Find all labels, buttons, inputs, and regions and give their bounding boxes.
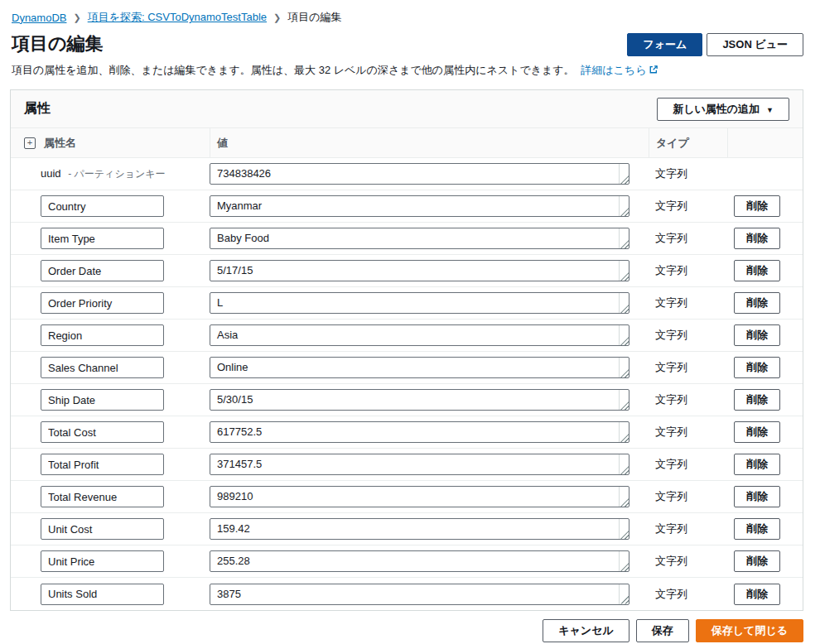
- breadcrumb-link-explore-items[interactable]: 項目を探索: CSVToDynamoTestTable: [88, 10, 267, 25]
- attribute-value-input[interactable]: [210, 195, 629, 217]
- save-button[interactable]: 保存: [636, 619, 689, 642]
- attribute-name-input[interactable]: [41, 324, 164, 346]
- save-and-close-button[interactable]: 保存して閉じる: [696, 619, 803, 642]
- attribute-name-input[interactable]: [41, 550, 164, 572]
- delete-attribute-button[interactable]: 削除: [734, 228, 780, 249]
- attribute-name-input[interactable]: [41, 486, 164, 507]
- delete-attribute-button[interactable]: 削除: [734, 421, 780, 443]
- attribute-name-cell: [24, 228, 210, 249]
- attribute-value-input[interactable]: [210, 357, 629, 378]
- attribute-row: 文字列 削除: [11, 578, 803, 610]
- attribute-name-input[interactable]: [41, 292, 164, 314]
- attribute-name-cell: [24, 421, 210, 443]
- attribute-name-input[interactable]: [41, 518, 164, 540]
- attribute-type: 文字列: [649, 166, 727, 181]
- attribute-row: 文字列 削除: [11, 287, 803, 320]
- attribute-value-input[interactable]: [210, 324, 629, 346]
- delete-attribute-button[interactable]: 削除: [734, 389, 780, 411]
- page-header: 項目の編集 フォーム JSON ビュー: [0, 25, 820, 56]
- form-view-toggle-button[interactable]: フォーム: [627, 33, 702, 56]
- attribute-value-input[interactable]: [210, 421, 629, 443]
- add-attribute-button[interactable]: 新しい属性の追加 ▼: [657, 98, 789, 121]
- json-view-toggle-button[interactable]: JSON ビュー: [707, 33, 803, 56]
- attribute-actions: 削除: [727, 324, 803, 346]
- attribute-name-cell: [24, 584, 210, 605]
- attribute-row: 文字列 削除: [11, 481, 803, 513]
- attribute-type: 文字列: [649, 521, 727, 536]
- expand-all-icon[interactable]: +: [24, 137, 36, 149]
- attribute-actions: 削除: [727, 357, 803, 378]
- breadcrumb-separator: ❯: [273, 12, 281, 23]
- attribute-value-cell: [210, 584, 649, 605]
- attribute-row: 文字列 削除: [11, 352, 803, 384]
- attribute-name-input[interactable]: [41, 454, 164, 475]
- attribute-value-input[interactable]: [210, 486, 629, 507]
- breadcrumb-separator: ❯: [73, 12, 80, 23]
- breadcrumb-current: 項目の編集: [287, 10, 341, 25]
- attributes-panel-title: 属性: [24, 100, 51, 118]
- attribute-value-input[interactable]: [210, 228, 629, 249]
- attribute-value-cell: [210, 292, 649, 314]
- attribute-name-input[interactable]: [41, 260, 164, 281]
- attribute-name-input[interactable]: [41, 584, 164, 605]
- attribute-actions: 削除: [727, 195, 803, 217]
- delete-attribute-button[interactable]: 削除: [734, 357, 780, 378]
- attribute-name-input[interactable]: [41, 389, 164, 411]
- attribute-name-cell: [24, 486, 210, 507]
- attribute-type: 文字列: [649, 360, 727, 375]
- attribute-actions: 削除: [727, 389, 803, 411]
- attribute-value-input[interactable]: [210, 518, 629, 540]
- attribute-name-input[interactable]: [41, 228, 164, 249]
- attribute-value-cell: [210, 228, 649, 249]
- attribute-value-cell: [210, 550, 649, 572]
- attribute-type: 文字列: [649, 554, 727, 569]
- attribute-actions: 削除: [727, 228, 803, 249]
- cancel-button[interactable]: キャンセル: [543, 619, 629, 642]
- attribute-actions: 削除: [727, 292, 803, 314]
- attribute-actions: 削除: [727, 454, 803, 475]
- attribute-name-input[interactable]: [41, 357, 164, 378]
- attribute-name-cell: [24, 357, 210, 378]
- delete-attribute-button[interactable]: 削除: [734, 550, 780, 572]
- footer-actions: キャンセル 保存 保存して閉じる: [0, 611, 820, 642]
- delete-attribute-button[interactable]: 削除: [734, 195, 780, 217]
- attribute-value-cell: [210, 324, 649, 346]
- breadcrumb-link-dynamodb[interactable]: DynamoDB: [12, 12, 66, 24]
- delete-attribute-button[interactable]: 削除: [734, 324, 780, 346]
- attribute-type: 文字列: [649, 489, 727, 504]
- column-header-actions: [727, 128, 803, 157]
- attribute-type: 文字列: [649, 457, 727, 472]
- attribute-value-input[interactable]: [210, 292, 629, 314]
- attribute-name-input[interactable]: [41, 421, 164, 443]
- attribute-type: 文字列: [649, 263, 727, 278]
- delete-attribute-button[interactable]: 削除: [734, 260, 780, 281]
- attribute-value-input[interactable]: [210, 389, 629, 411]
- attribute-name-cell: [24, 324, 210, 346]
- attribute-actions: 削除: [727, 550, 803, 572]
- delete-attribute-button[interactable]: 削除: [734, 486, 780, 507]
- external-link-icon: [649, 65, 658, 77]
- delete-attribute-button[interactable]: 削除: [734, 518, 780, 540]
- attribute-value-cell: [210, 260, 649, 281]
- attribute-value-cell: [210, 389, 649, 411]
- delete-attribute-button[interactable]: 削除: [734, 292, 780, 314]
- attribute-value-cell: [210, 357, 649, 378]
- attribute-row: 文字列 削除: [11, 255, 803, 287]
- delete-attribute-button[interactable]: 削除: [734, 584, 780, 605]
- partition-key-value-cell: [210, 163, 649, 185]
- attribute-value-input[interactable]: [210, 260, 629, 281]
- attribute-row: 文字列 削除: [11, 449, 803, 481]
- page-title: 項目の編集: [12, 33, 104, 55]
- description-text: 項目の属性を追加、削除、または編集できます。属性は、最大 32 レベルの深さまで…: [12, 64, 575, 76]
- attribute-actions: 削除: [727, 486, 803, 507]
- view-toggle: フォーム JSON ビュー: [627, 33, 803, 56]
- attribute-name-input[interactable]: [41, 195, 164, 217]
- learn-more-link[interactable]: 詳細はこちら: [581, 64, 658, 76]
- attribute-name-cell: [24, 195, 210, 217]
- attributes-panel: 属性 新しい属性の追加 ▼ + 属性名 値 タイプ uuid - パ: [10, 89, 803, 611]
- delete-attribute-button[interactable]: 削除: [734, 454, 780, 475]
- attribute-value-input[interactable]: [210, 454, 629, 475]
- attribute-value-input[interactable]: [210, 584, 629, 605]
- attribute-value-input[interactable]: [210, 550, 629, 572]
- partition-key-value-input[interactable]: [210, 163, 629, 185]
